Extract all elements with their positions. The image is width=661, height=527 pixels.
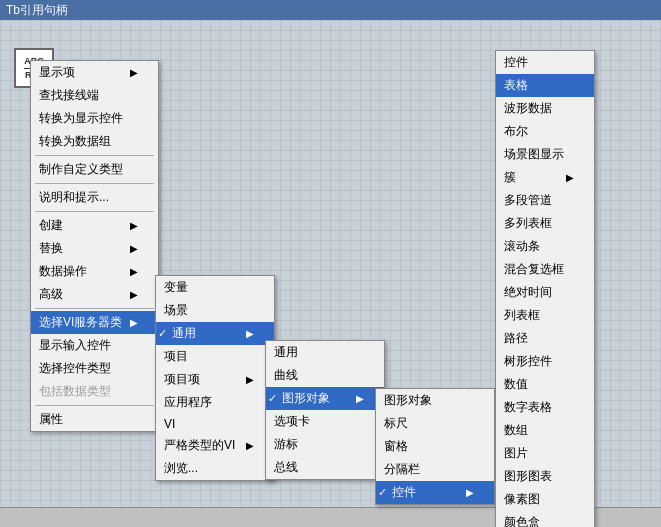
menu-common[interactable]: 通用 [266, 341, 384, 364]
menu-graphic-obj2[interactable]: 图形对象 [376, 389, 494, 412]
menu-list-box[interactable]: 列表框 [496, 304, 594, 327]
menu-vi-server[interactable]: 选择VI服务器类 ▶ [31, 311, 158, 334]
arrow-icon: ▶ [466, 487, 474, 498]
menu-control-graphics[interactable]: ✓ 控件 ▶ [376, 481, 494, 504]
menu-bool[interactable]: 布尔 [496, 120, 594, 143]
menu-scene[interactable]: 场景 [156, 299, 274, 322]
menu-composite-check[interactable]: 混合复选框 [496, 258, 594, 281]
canvas-area: ABC RTY 显示项 ▶ 查找接线端 转换为显示控件 转换为数据组 制作自定义… [0, 20, 661, 527]
arrow-icon: ▶ [130, 317, 138, 328]
menu-app[interactable]: 应用程序 [156, 391, 274, 414]
menu-tree-ctrl[interactable]: 树形控件 [496, 350, 594, 373]
menu-convert-control[interactable]: 转换为显示控件 [31, 107, 158, 130]
right-panel-menu: 控件 表格 波形数据 布尔 场景图显示 簇 ▶ 多段管道 多列表框 滚动条 混合… [495, 50, 595, 527]
title-bar: Tb引用句柄 [0, 0, 661, 20]
arrow-icon: ▶ [246, 440, 254, 451]
menu-picture[interactable]: 图片 [496, 442, 594, 465]
main-context-menu: 显示项 ▶ 查找接线端 转换为显示控件 转换为数据组 制作自定义类型 说明和提示… [30, 60, 159, 432]
menu-scroll[interactable]: 滚动条 [496, 235, 594, 258]
menu-icon-img[interactable]: 像素图 [496, 488, 594, 511]
check-icon: ✓ [268, 392, 277, 405]
menu-path[interactable]: 路径 [496, 327, 594, 350]
divider-3 [35, 211, 154, 212]
menu-variable[interactable]: 变量 [156, 276, 274, 299]
arrow-icon: ▶ [130, 289, 138, 300]
menu-select-ctrl-type[interactable]: 选择控件类型 [31, 357, 158, 380]
menu-vi[interactable]: VI [156, 414, 274, 434]
menu-multi-segment[interactable]: 多段管道 [496, 189, 594, 212]
menu-show-input[interactable]: 显示输入控件 [31, 334, 158, 357]
divider-4 [35, 308, 154, 309]
menu-ruler[interactable]: 标尺 [376, 412, 494, 435]
general-submenu: 通用 曲线 ✓ 图形对象 ▶ 选项卡 游标 总线 [265, 340, 385, 480]
menu-multi-list[interactable]: 多列表框 [496, 212, 594, 235]
menu-graphic-obj[interactable]: ✓ 图形对象 ▶ [266, 387, 384, 410]
menu-total-line[interactable]: 总线 [266, 456, 384, 479]
menu-include-data: 包括数据类型 [31, 380, 158, 403]
menu-items[interactable]: 项目 [156, 345, 274, 368]
arrow-icon: ▶ [356, 393, 364, 404]
menu-mirror[interactable]: 簇 ▶ [496, 166, 594, 189]
menu-waveform-data[interactable]: 波形数据 [496, 97, 594, 120]
check-icon: ✓ [378, 486, 387, 499]
divider-2 [35, 183, 154, 184]
menu-show-items[interactable]: 显示项 ▶ [31, 61, 158, 84]
menu-properties[interactable]: 属性 [31, 408, 158, 431]
menu-numeric-table[interactable]: 数字表格 [496, 396, 594, 419]
menu-table-r[interactable]: 表格 [496, 74, 594, 97]
menu-strict-vi[interactable]: 严格类型的VI ▶ [156, 434, 274, 457]
arrow-icon: ▶ [246, 374, 254, 385]
divider-1 [35, 155, 154, 156]
menu-find-terminal[interactable]: 查找接线端 [31, 84, 158, 107]
menu-window[interactable]: 窗格 [376, 435, 494, 458]
menu-picture-chart[interactable]: 图形图表 [496, 465, 594, 488]
menu-color-box[interactable]: 颜色盒 [496, 511, 594, 527]
menu-tab-ctrl[interactable]: 选项卡 [266, 410, 384, 433]
menu-control-r[interactable]: 控件 [496, 51, 594, 74]
arrow-icon: ▶ [130, 220, 138, 231]
menu-desc-hint[interactable]: 说明和提示... [31, 186, 158, 209]
menu-scene-display[interactable]: 场景图显示 [496, 143, 594, 166]
menu-create[interactable]: 创建 ▶ [31, 214, 158, 237]
menu-value[interactable]: 数值 [496, 373, 594, 396]
arrow-icon: ▶ [566, 172, 574, 183]
arrow-icon: ▶ [246, 328, 254, 339]
vi-server-submenu: 变量 场景 ✓ 通用 ▶ 项目 项目项 ▶ 应用程序 VI 严格类型的VI ▶ … [155, 275, 275, 481]
menu-absolute-time[interactable]: 绝对时间 [496, 281, 594, 304]
menu-make-custom[interactable]: 制作自定义类型 [31, 158, 158, 181]
arrow-icon: ▶ [130, 243, 138, 254]
menu-advanced[interactable]: 高级 ▶ [31, 283, 158, 306]
check-icon: ✓ [158, 327, 167, 340]
menu-browse[interactable]: 浏览... [156, 457, 274, 480]
menu-separator[interactable]: 分隔栏 [376, 458, 494, 481]
menu-item-item[interactable]: 项目项 ▶ [156, 368, 274, 391]
menu-curve[interactable]: 曲线 [266, 364, 384, 387]
menu-convert-data[interactable]: 转换为数据组 [31, 130, 158, 153]
menu-data-ops[interactable]: 数据操作 ▶ [31, 260, 158, 283]
arrow-icon: ▶ [130, 67, 138, 78]
divider-5 [35, 405, 154, 406]
arrow-icon: ▶ [130, 266, 138, 277]
menu-general[interactable]: ✓ 通用 ▶ [156, 322, 274, 345]
graphics-submenu: 图形对象 标尺 窗格 分隔栏 ✓ 控件 ▶ [375, 388, 495, 505]
menu-array[interactable]: 数组 [496, 419, 594, 442]
title-text: Tb引用句柄 [6, 2, 68, 19]
menu-replace[interactable]: 替换 ▶ [31, 237, 158, 260]
menu-joystick[interactable]: 游标 [266, 433, 384, 456]
